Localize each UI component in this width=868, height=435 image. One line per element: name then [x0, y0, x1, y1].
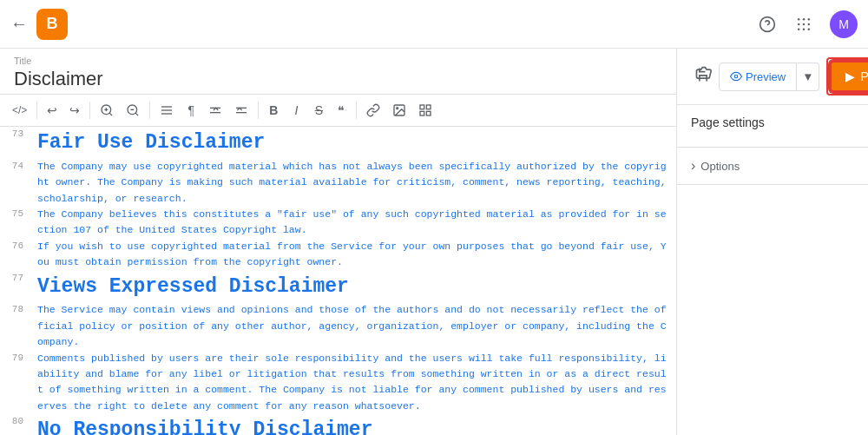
zoom-in-button[interactable]	[95, 98, 119, 122]
svg-point-9	[803, 28, 806, 30]
svg-rect-27	[420, 105, 424, 109]
toolbar-separator-5	[356, 102, 357, 119]
line-content: No Responsibility Disclaimer	[30, 414, 676, 435]
code-editor[interactable]: 73Fair Use Disclaimer74The Company may u…	[0, 127, 676, 435]
code-line: 74The Company may use copyrighted materi…	[0, 159, 676, 207]
options-section[interactable]: › Options	[677, 148, 868, 185]
bold-button[interactable]: B	[263, 98, 284, 122]
svg-point-5	[798, 23, 800, 25]
line-number: 75	[0, 207, 30, 239]
svg-line-12	[109, 113, 112, 115]
code-line: 75The Company believes this constitutes …	[0, 207, 676, 239]
code-line: 76If you wish to use copyrighted materia…	[0, 239, 676, 271]
grid-icon[interactable]	[793, 14, 814, 35]
title-area: Title	[0, 49, 676, 95]
nav-right: M	[757, 10, 858, 38]
svg-rect-28	[427, 105, 431, 109]
line-content: Comments published by users are their so…	[30, 351, 676, 415]
line-content: The Company may use copyrighted material…	[30, 159, 676, 207]
line-content: The Service may contain views and opinio…	[30, 302, 676, 350]
zoom-out-button[interactable]	[121, 98, 145, 122]
svg-point-7	[808, 23, 811, 25]
line-number: 78	[0, 302, 30, 350]
toolbar-separator-1	[36, 102, 37, 119]
save-icon[interactable]	[694, 66, 712, 88]
top-navigation: ← B M	[0, 0, 868, 49]
svg-point-31	[734, 75, 738, 78]
svg-point-10	[808, 28, 811, 30]
svg-point-4	[808, 17, 811, 20]
line-number: 74	[0, 159, 30, 207]
italic-button[interactable]: I	[286, 98, 306, 122]
paragraph-button[interactable]: ¶	[181, 98, 201, 122]
svg-point-8	[798, 28, 800, 30]
publish-button-container: ▶ Publish	[826, 57, 868, 96]
preview-button[interactable]: Preview	[719, 63, 797, 91]
toolbar-separator-2	[89, 102, 90, 119]
link-button[interactable]	[361, 98, 385, 122]
code-line: 73Fair Use Disclaimer	[0, 127, 676, 159]
publish-label: Publish	[860, 69, 868, 83]
page-settings-section: Page settings	[677, 105, 868, 148]
toolbar-separator-3	[149, 102, 150, 119]
preview-label: Preview	[746, 70, 786, 83]
line-content: Views Expressed Disclaimer	[30, 271, 676, 303]
svg-point-6	[803, 23, 806, 25]
html-mode-button[interactable]: </>	[7, 98, 32, 122]
svg-rect-29	[420, 111, 424, 115]
image-button[interactable]	[387, 98, 411, 122]
editor-panel: Title </> ↩ ↪ ¶	[0, 49, 677, 435]
align-button[interactable]	[155, 98, 179, 122]
preview-button-group: Preview ▼	[719, 63, 819, 91]
right-sidebar: Preview ▼ ▶ Publish Page settings	[677, 49, 868, 435]
line-number: 73	[0, 127, 30, 159]
line-number: 77	[0, 271, 30, 303]
back-button[interactable]: ←	[10, 14, 28, 34]
code-line: 77Views Expressed Disclaimer	[0, 271, 676, 303]
line-content: The Company believes this constitutes a …	[30, 207, 676, 239]
svg-line-16	[135, 113, 138, 115]
publish-button[interactable]: ▶ Publish	[830, 61, 868, 92]
page-settings-title: Page settings	[691, 115, 854, 129]
code-line: 78The Service may contain views and opin…	[0, 302, 676, 350]
help-icon[interactable]	[757, 14, 778, 35]
preview-dropdown-button[interactable]: ▼	[797, 63, 819, 91]
undo-button[interactable]: ↩	[42, 98, 62, 122]
sidebar-header: Preview ▼ ▶ Publish	[677, 49, 868, 105]
nav-left: ← B	[10, 9, 68, 40]
blogger-logo[interactable]: B	[36, 9, 68, 40]
title-input[interactable]	[14, 68, 662, 90]
line-number: 79	[0, 351, 30, 415]
title-label: Title	[14, 56, 662, 66]
svg-point-2	[798, 17, 800, 20]
line-number: 76	[0, 239, 30, 271]
editor-toolbar: </> ↩ ↪ ¶ B I S	[0, 95, 676, 127]
line-content: Fair Use Disclaimer	[30, 127, 676, 159]
line-number: 80	[0, 414, 30, 435]
svg-point-26	[397, 108, 398, 109]
svg-point-3	[803, 17, 806, 20]
line-content: If you wish to use copyrighted material …	[30, 239, 676, 271]
quote-button[interactable]: ❝	[331, 98, 352, 122]
outdent-button[interactable]	[229, 98, 253, 122]
publish-play-icon: ▶	[845, 69, 855, 83]
toolbar-separator-4	[258, 102, 259, 119]
chevron-right-icon: ›	[691, 158, 695, 174]
indent-button[interactable]	[203, 98, 227, 122]
code-line: 80No Responsibility Disclaimer	[0, 414, 676, 435]
main-layout: Title </> ↩ ↪ ¶	[0, 49, 868, 435]
redo-button[interactable]: ↪	[64, 98, 85, 122]
strikethrough-button[interactable]: S	[308, 98, 329, 122]
user-avatar[interactable]: M	[830, 10, 858, 38]
svg-rect-30	[427, 111, 431, 115]
code-line: 79Comments published by users are their …	[0, 351, 676, 415]
options-item[interactable]: › Options	[691, 158, 854, 174]
more-button[interactable]	[413, 98, 437, 122]
options-label: Options	[700, 160, 740, 173]
